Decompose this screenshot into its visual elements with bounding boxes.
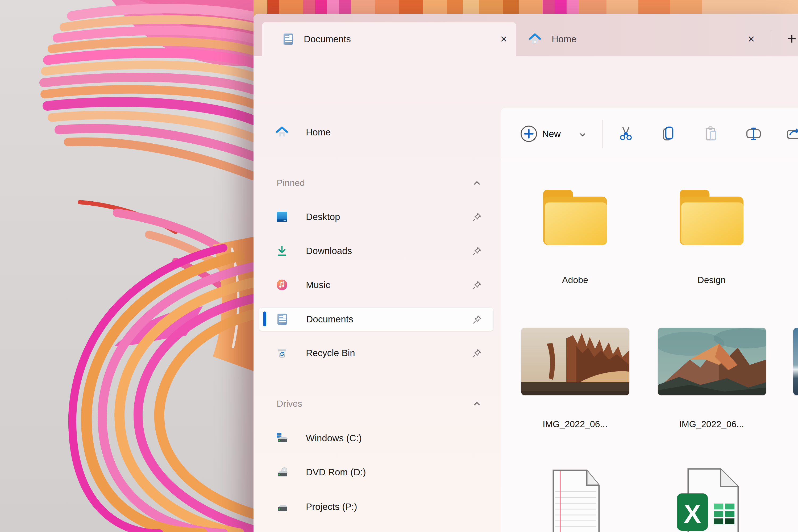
image-item-partial[interactable] [793, 328, 798, 395]
chevron-up-icon [472, 178, 482, 188]
sidebar-item-label: DVD Rom (D:) [306, 461, 366, 483]
sidebar-item-label: Downloads [306, 240, 352, 262]
collapse-section-button[interactable] [472, 178, 482, 188]
document-tab-icon [283, 33, 294, 45]
tab-close-button[interactable]: ✕ [497, 31, 511, 48]
pin-icon [472, 212, 482, 222]
sidebar-item-label: Home [306, 121, 331, 144]
pin-button[interactable] [472, 348, 482, 358]
folder-name: Design [677, 275, 746, 285]
image-name: IMG_2022_06... [664, 419, 759, 429]
tab-label: Home [552, 22, 576, 56]
folder-item-design[interactable]: Design [677, 188, 746, 294]
file-item-excel-spreadsheet[interactable]: X [675, 467, 744, 532]
new-button[interactable]: New [518, 121, 595, 146]
rename-icon [745, 125, 762, 142]
sidebar-item-documents-selected[interactable]: Documents [259, 307, 493, 331]
wallpaper-art [0, 0, 253, 532]
new-tab-button[interactable]: + [785, 29, 798, 48]
section-title: Pinned [277, 171, 305, 194]
pin-button[interactable] [472, 212, 482, 222]
pin-button[interactable] [472, 315, 482, 324]
downloads-icon [276, 245, 288, 257]
tab-bar: Documents ✕ Home ✕ + [253, 14, 798, 56]
desktop-icon [276, 211, 288, 223]
folder-icon [540, 188, 610, 249]
chevron-up-icon [472, 399, 482, 409]
pin-icon [472, 280, 482, 290]
new-button-label: New [542, 129, 561, 139]
tab-documents[interactable]: Documents ✕ [262, 22, 516, 56]
drive-windows-icon [276, 432, 288, 444]
pin-button[interactable] [472, 246, 482, 256]
section-header-pinned[interactable]: Pinned [259, 171, 493, 194]
sidebar-item-home[interactable]: Home [259, 121, 493, 144]
cut-button[interactable] [617, 125, 635, 142]
sidebar-item-music[interactable]: Music [259, 273, 493, 296]
sidebar-item-dvd-d[interactable]: DVD Rom (D:) [259, 461, 493, 483]
sidebar-item-desktop[interactable]: Desktop [259, 205, 493, 228]
cut-icon [617, 125, 635, 142]
tab-close-button[interactable]: ✕ [744, 31, 758, 48]
sidebar-item-label: Projects (P:) [306, 495, 357, 518]
folder-name: Adobe [540, 275, 610, 285]
window-body: Home Pinned [253, 104, 798, 532]
sidebar-item-label: Desktop [306, 205, 340, 228]
mountain-photo-thumbnail [658, 328, 766, 395]
folder-icon [677, 188, 746, 249]
home-tab-icon [529, 33, 541, 45]
chevron-down-icon [578, 131, 587, 139]
folder-item-adobe[interactable]: Adobe [540, 188, 610, 294]
pin-button[interactable] [472, 280, 482, 290]
toolbar-bottom-divider [500, 159, 798, 159]
desert-photo-thumbnail [521, 328, 629, 395]
sidebar-item-windows-c[interactable]: Windows (C:) [259, 427, 493, 450]
navigation-bar: Documents [253, 56, 798, 104]
desktop: Documents ✕ Home ✕ + [0, 0, 798, 532]
sidebar-item-downloads[interactable]: Downloads [259, 240, 493, 262]
copy-icon [660, 125, 678, 142]
pin-icon [472, 348, 482, 358]
drive-dvd-icon [276, 466, 288, 478]
pin-icon [472, 246, 482, 256]
copy-button[interactable] [660, 125, 678, 142]
file-explorer-window: Documents ✕ Home ✕ + [253, 14, 798, 532]
file-item-text-document[interactable] [550, 468, 603, 532]
tab-home[interactable]: Home ✕ [519, 22, 764, 56]
sidebar-item-label: Windows (C:) [306, 427, 362, 450]
drive-icon [276, 500, 288, 513]
sidebar-item-projects-p[interactable]: Projects (P:) [259, 495, 493, 518]
sidebar-item-label: Music [306, 273, 330, 296]
paste-button[interactable] [703, 125, 720, 142]
svg-text:X: X [684, 499, 701, 528]
tab-bar-divider [772, 32, 772, 47]
tab-label: Documents [304, 22, 351, 56]
sidebar-item-recycle-bin[interactable]: Recycle Bin [259, 342, 493, 364]
selection-accent-bar [263, 311, 266, 326]
section-title: Drives [277, 392, 302, 415]
sidebar-item-label: Recycle Bin [306, 342, 355, 364]
documents-icon [276, 313, 288, 325]
share-icon [785, 125, 798, 142]
section-header-drives[interactable]: Drives [259, 392, 493, 415]
paste-icon [703, 125, 720, 142]
rename-button[interactable] [745, 125, 762, 142]
image-item-mountain[interactable] [658, 328, 766, 395]
recycle-bin-icon [276, 347, 288, 359]
excel-file-icon: X [675, 467, 744, 532]
pin-icon [472, 315, 482, 324]
new-plus-icon [520, 125, 538, 143]
image-name: IMG_2022_06... [527, 419, 623, 429]
share-button[interactable] [785, 125, 798, 142]
sidebar-item-label: Documents [306, 308, 353, 331]
collapse-section-button[interactable] [472, 399, 482, 409]
music-icon [276, 279, 288, 291]
image-item-desert[interactable] [521, 328, 629, 395]
content-panel: New [500, 108, 798, 532]
toolbar-divider [603, 120, 603, 148]
home-icon [276, 126, 288, 138]
partial-photo-thumbnail [793, 328, 798, 395]
text-document-icon [550, 468, 603, 532]
